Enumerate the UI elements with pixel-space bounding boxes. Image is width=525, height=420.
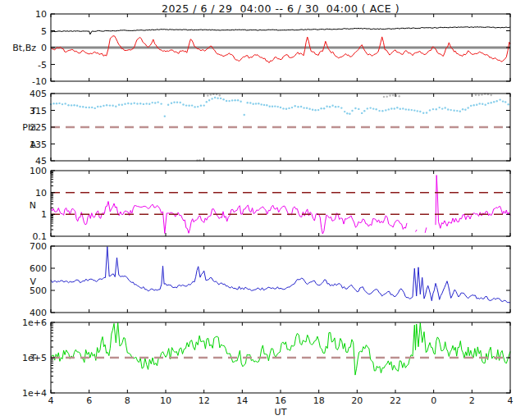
xtick-label: 22: [390, 395, 401, 406]
Phi-angle-dot: [171, 103, 172, 104]
Phi-angle-dot: [354, 107, 356, 109]
Phi-angle-dot: [194, 106, 195, 107]
xtick-label: 0: [431, 395, 436, 406]
Phi-angle-dot: [337, 106, 339, 107]
Phi-angle-dot: [294, 105, 296, 107]
Phi-angle-dot: [402, 107, 404, 109]
Phi-angle-dot: [182, 103, 184, 105]
Phi-angle-dot: [317, 109, 319, 111]
xtick-label: 16: [275, 395, 286, 406]
bt-bz-ytick-label: 0: [41, 43, 47, 53]
Phi-angle-dot: [277, 106, 279, 107]
Phi-angle-dot: [485, 104, 486, 106]
Phi-angle-dot: [58, 103, 60, 104]
phi-axis-label: A: [30, 139, 36, 150]
Phi-angle-dot: [94, 107, 96, 109]
Phi-angle-dot: [499, 98, 500, 100]
Phi-angle-dot: [274, 105, 276, 107]
chart-title: 2025 / 6 / 29 04:00 -- 6 / 30 04:00 ( AC…: [51, 2, 510, 15]
Phi-angle-dot: [115, 106, 116, 107]
proton-density-trace: [416, 230, 418, 232]
Phi-angle-dot: [508, 103, 509, 105]
Phi-angle-dot: [109, 104, 111, 106]
bt-bz-ytick-label: -5: [38, 60, 47, 71]
bt-bz-ytick-label: -10: [32, 76, 47, 87]
Phi-angle-flagged-dot: [389, 94, 390, 96]
Phi-angle-dot: [419, 111, 421, 112]
Phi-angle-dot: [240, 101, 241, 103]
bt-bz-axis-label: Bt,Bz: [12, 43, 36, 53]
Phi-angle-dot: [160, 103, 162, 104]
Phi-angle-dot: [351, 110, 353, 112]
Phi-angle-dot: [349, 113, 350, 115]
Phi-angle-dot: [408, 109, 409, 111]
Phi-angle-dot: [200, 105, 202, 107]
Phi-angle-dot: [100, 106, 102, 107]
Phi-angle-flagged-dot: [491, 94, 492, 96]
Phi-angle-flagged-dot: [392, 94, 394, 96]
speed-ytick-label: 600: [30, 263, 47, 274]
density-ytick-label: 1: [41, 209, 47, 220]
Phi-angle-flagged-dot: [399, 95, 400, 97]
Phi-angle-dot: [85, 107, 87, 108]
Phi-angle-dot: [363, 110, 365, 112]
Phi-angle-dot: [143, 103, 144, 105]
Phi-angle-dot: [67, 104, 69, 106]
proton-density-trace: [425, 227, 427, 232]
density-frame: [51, 171, 510, 236]
Phi-angle-dot: [247, 102, 249, 103]
Phi-angle-dot: [361, 112, 363, 114]
temperature-ytick-label: 1e+6: [22, 317, 47, 328]
Phi-angle-dot: [411, 109, 413, 111]
Phi-angle-dot: [222, 98, 224, 100]
xtick-label: 14: [236, 395, 248, 406]
Phi-angle-dot: [79, 106, 80, 107]
Phi-angle-dot: [464, 109, 466, 111]
Phi-angle-dot: [436, 108, 437, 110]
Phi-angle-dot: [367, 107, 368, 109]
Phi-angle-dot: [91, 107, 93, 108]
Phi-angle-dot: [396, 107, 398, 108]
Phi-angle-dot: [314, 109, 316, 111]
xtick-label: 20: [351, 395, 363, 406]
Phi-angle-dot: [206, 101, 208, 103]
Phi-angle-dot: [502, 100, 504, 102]
Phi-angle-dot: [378, 110, 380, 112]
Phi-angle-dot: [164, 116, 166, 117]
Phi-angle-dot: [394, 107, 395, 109]
Phi-angle-dot: [504, 101, 506, 103]
Phi-angle-dot: [372, 107, 374, 109]
Phi-angle-dot: [456, 110, 458, 112]
Phi-angle-dot: [76, 105, 78, 107]
Phi-angle-flagged-dot: [386, 96, 388, 98]
Phi-angle-dot: [136, 103, 138, 104]
Phi-angle-dot: [112, 105, 113, 107]
Phi-angle-dot: [308, 108, 310, 110]
Phi-angle-dot: [56, 103, 57, 104]
xtick-label: 4: [48, 395, 54, 406]
Phi-angle-dot: [429, 109, 431, 111]
Phi-angle-flagged-dot: [383, 96, 385, 98]
Phi-angle-dot: [340, 107, 342, 108]
Phi-angle-dot: [285, 108, 287, 110]
Phi-angle-dot: [258, 103, 259, 104]
Phi-angle-dot: [288, 107, 290, 109]
Phi-angle-dot: [65, 103, 66, 104]
Phi-angle-dot: [496, 100, 498, 102]
Phi-angle-dot: [450, 109, 452, 111]
proton-density-trace: [51, 202, 407, 235]
Phi-angle-dot: [89, 107, 90, 108]
Phi-angle-dot: [405, 108, 407, 110]
Phi-angle-dot: [97, 106, 98, 107]
temperature-ytick-label: 1e+4: [22, 388, 47, 399]
Phi-angle-dot: [439, 107, 441, 108]
Phi-angle-dot: [272, 106, 273, 107]
xtick-label: 4: [508, 395, 514, 406]
Phi-angle-dot: [173, 102, 175, 103]
Phi-angle-dot: [130, 103, 132, 104]
Phi-angle-dot: [388, 108, 390, 110]
Phi-angle-dot: [176, 102, 178, 103]
Phi-angle-dot: [214, 97, 216, 98]
Phi-angle-dot: [263, 104, 265, 106]
Phi-angle-dot: [139, 103, 141, 104]
